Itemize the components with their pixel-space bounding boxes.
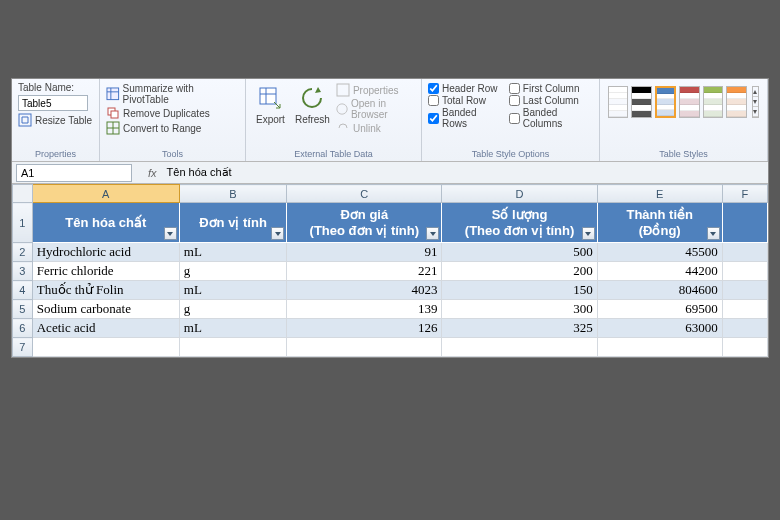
- cell[interactable]: Thuốc thử Folin: [32, 281, 179, 300]
- cell[interactable]: 139: [287, 300, 442, 319]
- chevron-icon[interactable]: ▾: [753, 97, 759, 107]
- cell[interactable]: [597, 338, 722, 357]
- last-column-checkbox[interactable]: Last Column: [509, 95, 593, 106]
- column-header[interactable]: A: [32, 185, 179, 203]
- cell[interactable]: 4023: [287, 281, 442, 300]
- cell[interactable]: Ferric chloride: [32, 262, 179, 281]
- cell[interactable]: 45500: [597, 243, 722, 262]
- total-row-checkbox[interactable]: Total Row: [428, 95, 499, 106]
- cell[interactable]: 44200: [597, 262, 722, 281]
- group-label-tools: Tools: [106, 148, 239, 161]
- cell[interactable]: 300: [442, 300, 597, 319]
- unlink-button: Unlink: [336, 121, 415, 135]
- summarize-pivot-button[interactable]: Summarize with PivotTable: [106, 83, 239, 105]
- filter-icon[interactable]: [582, 227, 595, 240]
- cell[interactable]: 150: [442, 281, 597, 300]
- cell[interactable]: [722, 319, 767, 338]
- filter-icon[interactable]: [271, 227, 284, 240]
- column-header[interactable]: E: [597, 185, 722, 203]
- cell[interactable]: Acetic acid: [32, 319, 179, 338]
- cell[interactable]: 804600: [597, 281, 722, 300]
- cell[interactable]: 69500: [597, 300, 722, 319]
- table-header-cell[interactable]: Tên hóa chất: [32, 203, 179, 243]
- table-props-icon: [336, 83, 350, 97]
- formula-value: Tên hóa chất: [167, 166, 232, 178]
- column-header[interactable]: D: [442, 185, 597, 203]
- ribbon: Table Name: Resize Table Properties Summ…: [12, 79, 768, 162]
- table-style-thumb[interactable]: [726, 86, 746, 118]
- table-style-thumb[interactable]: [679, 86, 699, 118]
- ribbon-group-tools: Summarize with PivotTable Remove Duplica…: [100, 79, 246, 161]
- chevron-icon[interactable]: ▾: [753, 107, 759, 117]
- row-header[interactable]: 5: [13, 300, 33, 319]
- cell[interactable]: g: [179, 300, 286, 319]
- remove-duplicates-button[interactable]: Remove Duplicates: [106, 106, 239, 120]
- table-style-thumb[interactable]: [655, 86, 676, 118]
- total-row-label: Total Row: [442, 95, 486, 106]
- row-header[interactable]: 4: [13, 281, 33, 300]
- cell[interactable]: 200: [442, 262, 597, 281]
- filter-icon[interactable]: [707, 227, 720, 240]
- cell[interactable]: 500: [442, 243, 597, 262]
- select-all-corner[interactable]: [13, 185, 33, 203]
- filter-icon[interactable]: [426, 227, 439, 240]
- svg-rect-1: [107, 88, 119, 100]
- cell[interactable]: 126: [287, 319, 442, 338]
- export-button[interactable]: Export: [252, 82, 289, 136]
- table-style-thumb[interactable]: [703, 86, 723, 118]
- cell[interactable]: [722, 243, 767, 262]
- row-header[interactable]: 6: [13, 319, 33, 338]
- cell[interactable]: [32, 338, 179, 357]
- column-header[interactable]: B: [179, 185, 286, 203]
- first-column-checkbox[interactable]: First Column: [509, 83, 593, 94]
- resize-table-button[interactable]: Resize Table: [18, 113, 93, 127]
- column-header[interactable]: F: [722, 185, 767, 203]
- fx-icon[interactable]: fx: [148, 167, 157, 179]
- header-row-checkbox[interactable]: Header Row: [428, 83, 499, 94]
- cell[interactable]: g: [179, 262, 286, 281]
- table-header-cell[interactable]: Thành tiền(Đồng): [597, 203, 722, 243]
- table-header-cell[interactable]: Đơn vị tính: [179, 203, 286, 243]
- cell[interactable]: [722, 338, 767, 357]
- chevron-icon[interactable]: ▴: [753, 87, 759, 97]
- cell[interactable]: mL: [179, 243, 286, 262]
- name-box[interactable]: A1: [16, 164, 132, 182]
- table-name-input[interactable]: [18, 95, 88, 111]
- row-header[interactable]: 1: [13, 203, 33, 243]
- cell[interactable]: [722, 300, 767, 319]
- cell[interactable]: [722, 262, 767, 281]
- formula-bar: A1 fx Tên hóa chất: [12, 162, 768, 184]
- convert-range-button[interactable]: Convert to Range: [106, 121, 239, 135]
- cell[interactable]: 221: [287, 262, 442, 281]
- banded-columns-checkbox[interactable]: Banded Columns: [509, 107, 593, 129]
- cell[interactable]: [287, 338, 442, 357]
- refresh-button[interactable]: Refresh: [291, 82, 334, 136]
- last-col-label: Last Column: [523, 95, 579, 106]
- cell[interactable]: mL: [179, 281, 286, 300]
- cell[interactable]: 91: [287, 243, 442, 262]
- table-header-cell[interactable]: Số lượng(Theo đơn vị tính): [442, 203, 597, 243]
- cell[interactable]: Sodium carbonate: [32, 300, 179, 319]
- remove-dup-icon: [106, 106, 120, 120]
- formula-input[interactable]: Tên hóa chất: [163, 166, 768, 179]
- filter-icon[interactable]: [164, 227, 177, 240]
- row-header[interactable]: 3: [13, 262, 33, 281]
- row-header[interactable]: 7: [13, 338, 33, 357]
- cell[interactable]: 325: [442, 319, 597, 338]
- banded-rows-checkbox[interactable]: Banded Rows: [428, 107, 499, 129]
- cell[interactable]: Hydrochloric acid: [32, 243, 179, 262]
- cell[interactable]: [179, 338, 286, 357]
- cell[interactable]: [722, 281, 767, 300]
- style-gallery-scroll[interactable]: ▴▾▾: [752, 86, 760, 118]
- cell[interactable]: mL: [179, 319, 286, 338]
- column-header[interactable]: C: [287, 185, 442, 203]
- spreadsheet-grid[interactable]: ABCDEF1Tên hóa chấtĐơn vị tínhĐơn giá(Th…: [12, 184, 768, 357]
- cell[interactable]: 63000: [597, 319, 722, 338]
- table-style-thumb[interactable]: [631, 86, 651, 118]
- table-header-cell[interactable]: [722, 203, 767, 243]
- table-header-cell[interactable]: Đơn giá(Theo đơn vị tính): [287, 203, 442, 243]
- cell[interactable]: [442, 338, 597, 357]
- row-header[interactable]: 2: [13, 243, 33, 262]
- table-style-thumb[interactable]: [608, 86, 628, 118]
- resize-table-icon: [18, 113, 32, 127]
